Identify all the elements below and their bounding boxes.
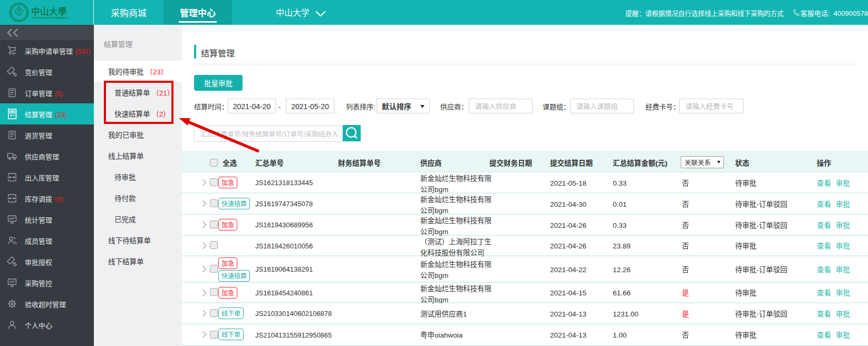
svg-text:SUN YAT-SEN UNIVERSITY: SUN YAT-SEN UNIVERSITY <box>32 16 69 20</box>
svg-text:中山大學: 中山大學 <box>31 5 67 17</box>
